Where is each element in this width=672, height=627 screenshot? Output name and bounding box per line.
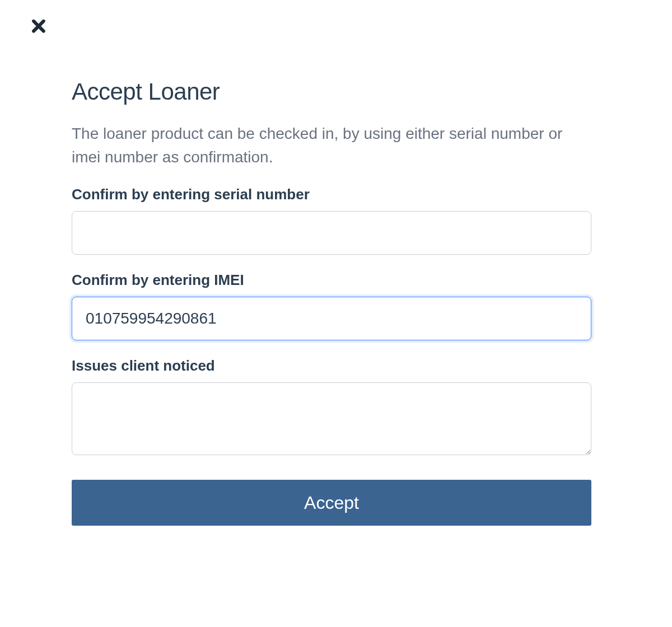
issues-group: Issues client noticed bbox=[72, 357, 591, 457]
dialog-description: The loaner product can be checked in, by… bbox=[72, 122, 591, 169]
dialog-title: Accept Loaner bbox=[72, 78, 591, 105]
dialog-content: Accept Loaner The loaner product can be … bbox=[72, 78, 591, 526]
imei-label: Confirm by entering IMEI bbox=[72, 272, 591, 289]
imei-group: Confirm by entering IMEI bbox=[72, 272, 591, 340]
imei-input[interactable] bbox=[72, 297, 591, 340]
serial-label: Confirm by entering serial number bbox=[72, 186, 591, 203]
issues-textarea[interactable] bbox=[72, 382, 591, 455]
close-button[interactable] bbox=[28, 17, 50, 39]
issues-label: Issues client noticed bbox=[72, 357, 591, 375]
accept-button[interactable]: Accept bbox=[72, 480, 591, 526]
close-icon bbox=[30, 18, 48, 38]
serial-group: Confirm by entering serial number bbox=[72, 186, 591, 255]
serial-input[interactable] bbox=[72, 211, 591, 255]
